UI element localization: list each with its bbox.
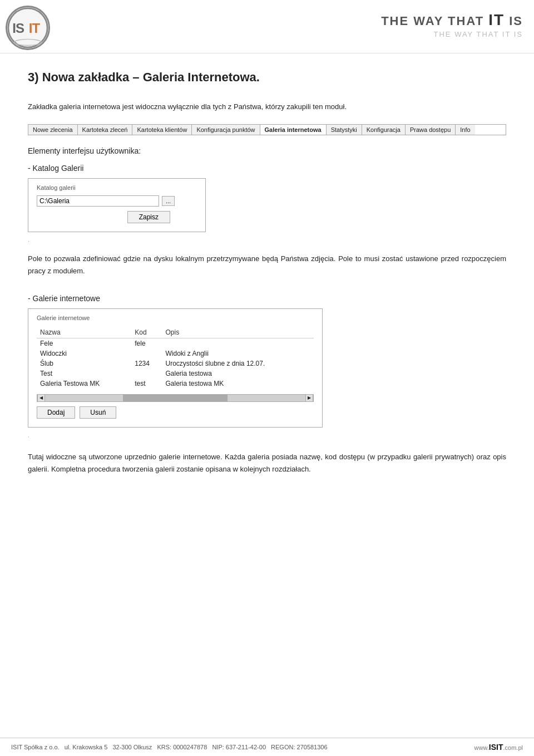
katalog-dot: ·: [28, 238, 506, 244]
footer-website: www.ISIT.com.pl: [474, 743, 523, 752]
tab-galeria-internetowa[interactable]: Galeria internetowa: [260, 125, 327, 135]
footer-company: ISIT Spółka z o.o.: [11, 744, 60, 750]
cell-kod: fele: [131, 338, 162, 348]
svg-text:IT: IT: [29, 21, 41, 36]
bottom-text: Tutaj widoczne są utworzone uprzednio ga…: [28, 451, 506, 475]
tab-konfiguracja-punktow[interactable]: Konfiguracja punktów: [192, 125, 260, 135]
browse-button[interactable]: ...: [162, 196, 175, 206]
galerie-box-title: Galerie internetowe: [37, 315, 314, 321]
save-button[interactable]: Zapisz: [127, 211, 170, 223]
scroll-track[interactable]: [45, 395, 305, 401]
table-row[interactable]: Galeria Testowa MK test Galeria testowa …: [37, 379, 314, 389]
cell-kod: 1234: [131, 359, 162, 369]
cell-nazwa: Galeria Testowa MK: [37, 379, 131, 389]
tab-info[interactable]: Info: [456, 125, 474, 135]
katalog-box-title: Katalog galerii: [37, 184, 197, 191]
katalog-desc: Pole to pozwala zdefiniować gdzie na dys…: [28, 253, 506, 277]
svg-text:IS: IS: [12, 21, 24, 36]
cell-opis: Widoki z Anglii: [162, 348, 314, 359]
cell-nazwa: Test: [37, 369, 131, 379]
add-button[interactable]: Dodaj: [37, 406, 75, 419]
logo-area: IS IT: [6, 6, 50, 50]
footer-regon: REGON: 270581306: [271, 744, 328, 750]
cell-opis: Galeria testowa MK: [162, 379, 314, 389]
svg-point-3: [14, 39, 41, 45]
galerie-table: Nazwa Kod Opis Fele fele Widoczki Widoki…: [37, 327, 314, 389]
cell-opis: [162, 338, 314, 348]
footer-krs: KRS: 0000247878: [157, 744, 207, 750]
cell-kod: [131, 369, 162, 379]
footer-address: ul. Krakowska 5: [65, 744, 108, 750]
cell-nazwa: Fele: [37, 338, 131, 348]
col-header-nazwa: Nazwa: [37, 327, 131, 338]
col-header-kod: Kod: [131, 327, 162, 338]
page-header: IS IT THE WAY THAT IT IS THE WAY THAT IT…: [0, 0, 534, 53]
logo-icon: IS IT: [6, 6, 50, 50]
tab-statystyki[interactable]: Statystyki: [327, 125, 362, 135]
galerie-dot: ·: [28, 433, 506, 440]
cell-opis: Uroczystości ślubne z dnia 12.07.: [162, 359, 314, 369]
col-header-opis: Opis: [162, 327, 314, 338]
tab-prawa-dostepu[interactable]: Prawa dostępu: [406, 125, 456, 135]
katalog-path-input[interactable]: [37, 195, 159, 207]
scroll-left-arrow[interactable]: ◀: [37, 394, 45, 402]
intro-text: Zakładka galeria internetowa jest widocz…: [28, 101, 506, 113]
cell-kod: [131, 348, 162, 359]
katalog-galerii-box: Katalog galerii ... Zapisz: [28, 178, 206, 232]
table-row[interactable]: Test Galeria testowa: [37, 369, 314, 379]
galerie-section-label: - Galerie internetowe: [28, 294, 506, 303]
save-btn-row: Zapisz: [37, 211, 170, 223]
galerie-btn-row: Dodaj Usuń: [37, 406, 314, 419]
galerie-internetowe-box: Galerie internetowe Nazwa Kod Opis Fele …: [28, 308, 323, 428]
nav-tabs-bar: Nowe zlecenia Kartoteka zleceń Kartoteka…: [28, 124, 506, 135]
cell-kod: test: [131, 379, 162, 389]
footer-nip: NIP: 637-211-42-00: [212, 744, 266, 750]
table-row[interactable]: Widoczki Widoki z Anglii: [37, 348, 314, 359]
tagline-area: THE WAY THAT IT IS THE WAY THAT IT IS: [381, 6, 523, 38]
cell-nazwa: Ślub: [37, 359, 131, 369]
tagline-shadow: THE WAY THAT IT IS: [381, 30, 523, 38]
tagline-main: THE WAY THAT IT IS: [381, 11, 523, 29]
table-row[interactable]: Ślub 1234 Uroczystości ślubne z dnia 12.…: [37, 359, 314, 369]
tab-nowe-zlecenia[interactable]: Nowe zlecenia: [28, 125, 78, 135]
footer-city: 32-300 Olkusz: [112, 744, 152, 750]
katalog-section-label: - Katalog Galerii: [28, 164, 506, 173]
tab-kartoteka-klientow[interactable]: Kartoteka klientów: [132, 125, 192, 135]
tab-kartoteka-zlecen[interactable]: Kartoteka zleceń: [78, 125, 133, 135]
elements-label: Elementy interfejsu użytkownika:: [28, 146, 506, 155]
remove-button[interactable]: Usuń: [80, 406, 116, 419]
scroll-right-arrow[interactable]: ▶: [305, 394, 313, 402]
footer-info: ISIT Spółka z o.o. ul. Krakowska 5 32-30…: [11, 744, 328, 750]
scroll-thumb[interactable]: [123, 395, 227, 401]
page-title: 3) Nowa zakładka – Galeria Internetowa.: [28, 70, 506, 85]
cell-opis: Galeria testowa: [162, 369, 314, 379]
tab-konfiguracja[interactable]: Konfiguracja: [362, 125, 406, 135]
horizontal-scrollbar[interactable]: ◀ ▶: [37, 394, 314, 402]
cell-nazwa: Widoczki: [37, 348, 131, 359]
main-content: 3) Nowa zakładka – Galeria Internetowa. …: [0, 53, 534, 498]
page-footer: ISIT Spółka z o.o. ul. Krakowska 5 32-30…: [0, 738, 534, 756]
table-row[interactable]: Fele fele: [37, 338, 314, 348]
katalog-input-row: ...: [37, 195, 197, 207]
